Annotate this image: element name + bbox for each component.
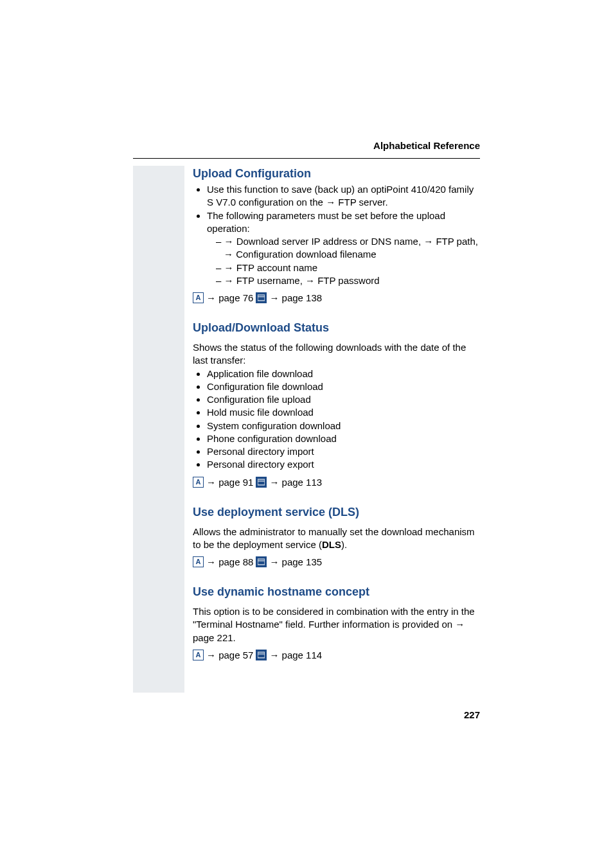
sublist-item: → Download server IP address or DNS name… (216, 235, 482, 248)
text-fragment: Configuration download filename (236, 249, 376, 260)
page-link[interactable]: → page 57 (206, 650, 253, 660)
page-link[interactable]: → page 91 (206, 477, 253, 488)
arrow-icon: → (224, 275, 236, 286)
heading-use-dynamic-hostname: Use dynamic hostname concept (193, 585, 482, 599)
page-link[interactable]: → page 114 (269, 650, 322, 660)
text-fragment: FTP path (436, 236, 475, 247)
arrow-icon: → (206, 292, 218, 303)
page-link[interactable]: → page 113 (269, 477, 322, 488)
arrow-icon: → (269, 292, 281, 303)
admin-icon: A (193, 650, 204, 660)
svg-rect-2 (258, 479, 265, 485)
arrow-icon: → (224, 249, 236, 260)
admin-icon: A (193, 292, 204, 303)
list-item: Hold music file download (207, 406, 482, 419)
text-fragment: . (233, 632, 236, 643)
sublist: → Download server IP address or DNS name… (207, 235, 482, 287)
text-fragment: The following parameters must be set bef… (207, 210, 445, 234)
running-head: Alphabetical Reference (373, 140, 480, 152)
list-item: Personal directory import (207, 445, 482, 458)
list-item: Use this function to save (back up) an o… (207, 183, 482, 209)
text-fragment: FTP username (236, 275, 300, 286)
text-fragment: . (385, 197, 387, 208)
arrow-icon: → (224, 236, 236, 247)
reference-row: A → page 91 → page 113 (193, 477, 482, 488)
paragraph: Allows the administrator to manually set… (193, 526, 482, 552)
arrow-icon: → (423, 236, 436, 247)
arrow-icon: → (269, 556, 281, 567)
admin-icon: A (193, 477, 204, 488)
admin-icon: A (193, 556, 204, 567)
reference-row: A → page 76 → page 138 (193, 292, 482, 303)
web-icon (256, 650, 267, 660)
list-item: Application file download (207, 368, 482, 380)
arrow-icon: → (305, 275, 317, 286)
page-link[interactable]: → page 88 (206, 556, 253, 567)
text-fragment: FTP password (317, 275, 379, 286)
sidebar-decorative (133, 166, 184, 693)
arrow-icon: → (269, 477, 281, 488)
paragraph: Shows the status of the following downlo… (193, 341, 482, 368)
svg-rect-0 (258, 295, 265, 301)
content-column: Upload Configuration Use this function t… (193, 167, 482, 660)
header-rule (133, 158, 480, 159)
sublist-item: → FTP account name (216, 261, 482, 274)
text-fragment: page 221 (193, 632, 233, 643)
list-item: Personal directory export (207, 458, 482, 471)
arrow-icon: → (224, 262, 236, 273)
text-fragment: ). (341, 539, 347, 550)
heading-upload-configuration: Upload Configuration (193, 167, 482, 181)
page-number: 227 (464, 709, 480, 720)
list-item: The following parameters must be set bef… (207, 209, 482, 288)
reference-row: A → page 57 → page 114 (193, 650, 482, 660)
header-text: Alphabetical Reference (373, 140, 480, 151)
web-icon (256, 292, 267, 303)
text-fragment: Download server IP address or DNS name (236, 236, 418, 247)
arrow-icon: → (206, 650, 218, 660)
reference-row: A → page 88 → page 135 (193, 556, 482, 567)
sublist-item: → FTP username, → FTP password (216, 274, 482, 287)
page-link[interactable]: → page 138 (269, 292, 322, 303)
page-link[interactable]: → page 135 (269, 556, 322, 567)
list-item: Configuration file download (207, 380, 482, 393)
list-item: System configuration download (207, 420, 482, 432)
svg-rect-4 (258, 559, 265, 565)
list-item: Configuration file upload (207, 393, 482, 406)
text-fragment: FTP account name (236, 262, 317, 273)
text-bold: DLS (322, 539, 341, 550)
heading-upload-download-status: Upload/Download Status (193, 321, 482, 335)
text-fragment: FTP server (338, 197, 385, 208)
text-fragment: This option is to be considered in combi… (193, 606, 475, 630)
bullet-list: Application file download Configuration … (193, 368, 482, 472)
svg-rect-6 (258, 652, 265, 658)
arrow-icon: → (206, 477, 218, 488)
arrow-icon: → (455, 619, 465, 630)
web-icon (256, 477, 267, 488)
arrow-icon: → (326, 197, 338, 208)
arrow-icon: → (206, 556, 218, 567)
list-item: Phone configuration download (207, 432, 482, 445)
paragraph: This option is to be considered in combi… (193, 605, 482, 644)
heading-use-deployment-service: Use deployment service (DLS) (193, 506, 482, 519)
page-link[interactable]: → page 76 (206, 292, 253, 303)
page: Alphabetical Reference Upload Configurat… (0, 0, 613, 868)
bullet-list: Use this function to save (back up) an o… (193, 183, 482, 287)
web-icon (256, 556, 267, 567)
sublist-item: → Configuration download filename (216, 248, 482, 261)
arrow-icon: → (269, 650, 281, 660)
